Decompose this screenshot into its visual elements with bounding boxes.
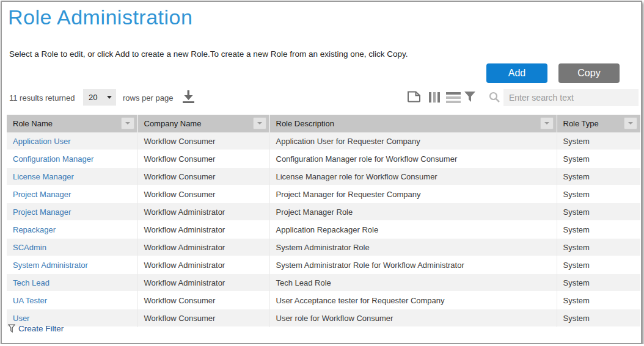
group-rows-icon[interactable] <box>446 92 461 103</box>
role-name-link[interactable]: Tech Lead <box>13 278 49 287</box>
column-header-role-type[interactable]: Role Type <box>557 115 640 132</box>
table-row: User Workflow Consumer User role for Wor… <box>7 309 640 327</box>
role-name-link[interactable]: Application User <box>13 137 71 146</box>
company-name-cell: Workflow Administrator <box>137 274 269 292</box>
chevron-down-icon <box>257 122 262 124</box>
export-download-icon[interactable] <box>180 89 197 104</box>
company-name-cell: Workflow Administrator <box>137 221 269 239</box>
table-row: Project Manager Workflow Consumer Projec… <box>7 186 640 203</box>
company-name-cell: Workflow Administrator <box>137 203 269 221</box>
column-header-company-name[interactable]: Company Name <box>137 115 269 132</box>
company-name-cell: Workflow Administrator <box>137 256 269 274</box>
add-button[interactable]: Add <box>486 63 547 83</box>
table-row: Repackager Workflow Administrator Applic… <box>7 221 640 239</box>
role-description-cell: User role for Workflow Consumer <box>269 309 557 327</box>
company-name-cell: Workflow Consumer <box>137 168 269 186</box>
role-type-cell: System <box>557 256 640 274</box>
create-filter-label: Create Filter <box>18 324 64 333</box>
role-name-link[interactable]: System Administrator <box>13 261 88 270</box>
role-type-cell: System <box>557 239 640 256</box>
role-type-cell: System <box>557 132 640 150</box>
table-row: License Manager Workflow Consumer Licens… <box>7 168 640 186</box>
column-chooser-icon[interactable] <box>429 92 440 103</box>
role-description-cell: Project Manager Role <box>269 203 557 221</box>
chevron-down-icon <box>628 122 633 124</box>
table-row: Tech Lead Workflow Administrator Tech Le… <box>7 274 640 292</box>
table-row: SCAdmin Workflow Administrator System Ad… <box>7 239 640 256</box>
company-name-cell: Workflow Consumer <box>137 132 269 150</box>
table-row: System Administrator Workflow Administra… <box>7 256 640 274</box>
company-name-cell: Workflow Consumer <box>137 186 269 203</box>
role-type-cell: System <box>557 309 640 327</box>
role-type-cell: System <box>557 292 640 309</box>
role-description-cell: Application Repackager Role <box>269 221 557 239</box>
column-header-role-name[interactable]: Role Name <box>7 115 137 132</box>
column-filter-button[interactable] <box>624 117 637 129</box>
role-type-cell: System <box>557 168 640 186</box>
search-input[interactable] <box>503 89 639 106</box>
role-type-cell: System <box>557 186 640 203</box>
role-name-link[interactable]: Project Manager <box>13 190 71 199</box>
role-description-cell: System Administrator Role for Workflow A… <box>269 256 557 274</box>
role-description-cell: License Manager role for Workflow Consum… <box>269 168 557 186</box>
chevron-down-icon <box>544 122 549 124</box>
rows-per-page-select[interactable]: 20 <box>83 89 116 106</box>
table-header-row: Role Name Company Name Role Description … <box>7 115 640 132</box>
roles-table: Role Name Company Name Role Description … <box>7 115 640 327</box>
page-title: Role Administration <box>8 5 192 29</box>
table-row: Project Manager Workflow Administrator P… <box>7 203 640 221</box>
filter-icon[interactable] <box>464 90 476 103</box>
table-row: Configuration Manager Workflow Consumer … <box>7 150 640 168</box>
page-subtitle: Select a Role to edit, or click Add to c… <box>9 49 408 59</box>
table-row: UA Tester Workflow Consumer User Accepta… <box>7 292 640 309</box>
create-filter-funnel-icon <box>8 324 15 333</box>
role-description-cell: User Acceptance tester for Requester Com… <box>269 292 557 309</box>
export-page-icon[interactable] <box>406 90 422 103</box>
results-count: 11 results returned <box>9 93 75 103</box>
rows-per-page-label: rows per page <box>123 93 173 103</box>
column-filter-button[interactable] <box>540 117 554 129</box>
search-icon <box>489 92 500 103</box>
rows-per-page-value: 20 <box>89 93 107 102</box>
company-name-cell: Workflow Administrator <box>137 239 269 256</box>
role-type-cell: System <box>557 274 640 292</box>
company-name-cell: Workflow Consumer <box>137 309 269 327</box>
role-name-link[interactable]: License Manager <box>13 172 74 181</box>
chevron-down-icon <box>107 96 112 99</box>
role-name-link[interactable]: UA Tester <box>13 296 47 305</box>
role-name-link[interactable]: Repackager <box>13 225 56 234</box>
company-name-cell: Workflow Consumer <box>137 150 269 168</box>
role-name-link[interactable]: User <box>13 314 29 323</box>
chevron-down-icon <box>125 122 130 124</box>
role-name-link[interactable]: Project Manager <box>13 207 71 217</box>
table-row: Application User Workflow Consumer Appli… <box>7 132 640 150</box>
role-description-cell: Configuration Manager role for Workflow … <box>269 150 557 168</box>
company-name-cell: Workflow Consumer <box>137 292 269 309</box>
role-description-cell: System Administrator Role <box>269 239 557 256</box>
role-description-cell: Project Manager for Requester Company <box>269 186 557 203</box>
role-name-link[interactable]: Configuration Manager <box>13 154 93 164</box>
role-type-cell: System <box>557 221 640 239</box>
copy-button[interactable]: Copy <box>558 63 620 83</box>
role-description-cell: Application User for Requester Company <box>269 132 557 150</box>
column-header-role-description[interactable]: Role Description <box>269 115 557 132</box>
create-filter-link[interactable]: Create Filter <box>8 324 64 333</box>
role-administration-page: Role Administration Select a Role to edi… <box>1 1 642 344</box>
role-name-link[interactable]: SCAdmin <box>13 243 46 252</box>
role-description-cell: Tech Lead Role <box>269 274 557 292</box>
role-type-cell: System <box>557 203 640 221</box>
column-filter-button[interactable] <box>253 117 266 129</box>
role-type-cell: System <box>557 150 640 168</box>
column-filter-button[interactable] <box>121 117 134 129</box>
